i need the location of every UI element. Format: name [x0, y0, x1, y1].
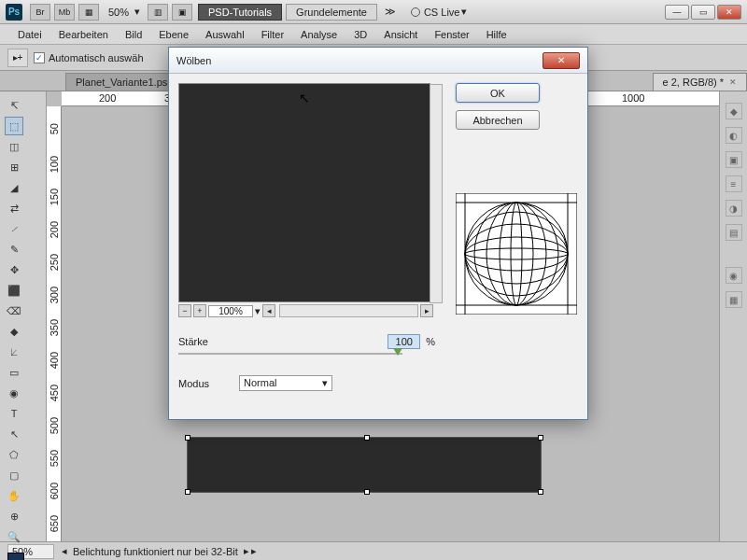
menu-auswahl[interactable]: Auswahl [197, 29, 253, 40]
preview-zoom-value[interactable]: 100% [208, 305, 253, 317]
preview-scroll-horizontal[interactable] [279, 304, 418, 317]
ok-button[interactable]: OK [456, 83, 540, 103]
mode-label: Modus [178, 378, 239, 389]
window-maximize-button[interactable]: ▭ [691, 5, 715, 20]
tool-gradient[interactable]: ◆ [5, 322, 23, 341]
status-arrow-left-icon[interactable]: ◂ [62, 545, 67, 557]
top-button-screen[interactable]: ▣ [172, 4, 192, 21]
tool-rotate[interactable]: ⊕ [5, 507, 23, 525]
strength-slider[interactable] [178, 353, 402, 355]
transform-handle[interactable] [364, 489, 370, 495]
window-close-button[interactable]: ✕ [717, 5, 741, 20]
tool-3d[interactable]: ▢ [5, 466, 23, 484]
panel-actions-icon[interactable]: ▦ [726, 291, 742, 308]
tool-zoom[interactable]: 🔍 [5, 527, 23, 546]
top-button-br[interactable]: Br [30, 4, 50, 21]
tool-hand[interactable]: ✋ [5, 486, 23, 505]
panel-swatches-icon[interactable]: ◐ [726, 127, 742, 144]
canvas-image[interactable] [187, 437, 542, 493]
tool-dodge[interactable]: ▭ [5, 363, 23, 382]
tool-history[interactable]: ⬛ [5, 281, 23, 300]
filter-preview[interactable] [178, 83, 430, 302]
menu-3d[interactable]: 3D [345, 29, 375, 40]
workspace-tab-psd-tutorials[interactable]: PSD-Tutorials [198, 4, 282, 21]
document-tab-2[interactable]: e 2, RGB/8) * ✕ [653, 73, 747, 91]
tool-stamp[interactable]: ✥ [5, 260, 23, 279]
application-top-bar: Ps Br Mb ▦ 50%▾ ▥ ▣ PSD-Tutorials Grunde… [0, 0, 747, 24]
menu-filter[interactable]: Filter [253, 29, 292, 40]
photoshop-logo-icon: Ps [6, 4, 22, 21]
top-button-layout[interactable]: ▦ [78, 4, 99, 21]
panel-layers-icon[interactable]: ▤ [726, 224, 742, 241]
workspace-tab-grundelemente[interactable]: Grundelemente [286, 4, 377, 21]
tool-healing[interactable]: ⟋ [5, 219, 23, 238]
auto-select-checkbox[interactable]: ✓ [34, 52, 45, 63]
dialog-titlebar[interactable]: Wölben ✕ [169, 48, 587, 74]
tool-lasso[interactable]: ◫ [5, 137, 23, 156]
tool-brush[interactable]: ✎ [5, 240, 23, 259]
tool-shape[interactable]: ⬠ [5, 445, 23, 464]
menu-datei[interactable]: Datei [9, 29, 50, 40]
transform-handle[interactable] [185, 489, 190, 495]
cs-live-button[interactable]: CS Live▾ [411, 6, 468, 18]
panel-color-icon[interactable]: ◆ [726, 103, 742, 119]
status-arrow-right-icon[interactable]: ▸ [244, 545, 249, 557]
chevron-down-icon[interactable]: ▾ [255, 305, 261, 317]
tool-path[interactable]: ↖ [5, 425, 23, 443]
strength-label: Stärke [178, 336, 239, 347]
menu-hilfe[interactable]: Hilfe [478, 29, 515, 40]
spherize-grid-icon [456, 193, 577, 315]
status-menu-icon[interactable]: ▸ [251, 545, 257, 557]
tool-eraser[interactable]: ⌫ [5, 301, 23, 320]
top-button-arrange[interactable]: ▥ [148, 4, 168, 21]
cs-live-icon [411, 7, 420, 17]
status-message: Belichtung funktioniert nur bei 32-Bit [73, 546, 238, 557]
scroll-right-button[interactable]: ▸ [420, 304, 433, 317]
preview-scroll-vertical[interactable] [430, 84, 443, 303]
menu-fenster[interactable]: Fenster [426, 29, 477, 40]
zoom-in-button[interactable]: + [193, 304, 206, 317]
tool-move[interactable]: ↸ [5, 96, 23, 115]
transform-handle[interactable] [364, 435, 370, 441]
menu-bar: Datei Bearbeiten Bild Ebene Auswahl Filt… [0, 24, 747, 45]
zoom-out-button[interactable]: − [178, 304, 191, 317]
strength-unit: % [426, 336, 435, 347]
zoom-level-select[interactable]: 50% [108, 7, 129, 18]
tool-blur[interactable]: ⟀ [5, 343, 23, 361]
status-bar: 50% ◂ Belichtung funktioniert nur bei 32… [0, 541, 747, 560]
tool-crop[interactable]: ◢ [5, 178, 23, 197]
menu-ebene[interactable]: Ebene [150, 29, 197, 40]
panel-history-icon[interactable]: ◉ [726, 267, 742, 284]
strength-input[interactable]: 100 [388, 334, 420, 349]
foreground-color-swatch[interactable] [7, 553, 24, 560]
tool-type[interactable]: T [5, 404, 23, 423]
slider-thumb[interactable] [393, 348, 402, 356]
transform-handle[interactable] [538, 489, 543, 495]
document-tab-1[interactable]: Planet_Variante1.ps [65, 73, 177, 91]
workspace-overflow-icon[interactable]: ≫ [385, 6, 396, 18]
dialog-close-button[interactable]: ✕ [543, 52, 580, 69]
cancel-button[interactable]: Abbrechen [456, 110, 540, 130]
dialog-title: Wölben [176, 55, 211, 66]
panel-mask-icon[interactable]: ◑ [726, 200, 742, 217]
tool-marquee[interactable]: ⬚ [5, 117, 23, 135]
close-icon[interactable]: ✕ [729, 77, 737, 87]
window-minimize-button[interactable]: — [665, 5, 689, 20]
menu-bearbeiten[interactable]: Bearbeiten [50, 29, 117, 40]
panel-adjust-icon[interactable]: ≡ [726, 175, 742, 192]
move-tool-icon[interactable]: ▸+ [7, 49, 28, 67]
menu-bild[interactable]: Bild [117, 29, 150, 40]
panel-styles-icon[interactable]: ▣ [726, 151, 742, 168]
menu-analyse[interactable]: Analyse [292, 29, 345, 40]
tool-eyedropper[interactable]: ⇄ [5, 199, 23, 217]
tool-pen[interactable]: ◉ [5, 384, 23, 402]
menu-ansicht[interactable]: Ansicht [375, 29, 426, 40]
tools-panel: ↸ ⬚ ◫ ⊞ ◢ ⇄ ⟋ ✎ ✥ ⬛ ⌫ ◆ ⟀ ▭ ◉ T ↖ ⬠ ▢ ✋ … [0, 91, 47, 541]
scroll-left-button[interactable]: ◂ [262, 304, 275, 317]
transform-handle[interactable] [185, 435, 190, 441]
spherize-dialog: Wölben ✕ − + 100% ▾ ◂ ▸ Stärke 100 % [168, 47, 588, 420]
top-button-mb[interactable]: Mb [54, 4, 75, 21]
transform-handle[interactable] [538, 435, 543, 441]
mode-select[interactable]: Normal ▾ [239, 375, 332, 391]
tool-quickselect[interactable]: ⊞ [5, 158, 23, 176]
